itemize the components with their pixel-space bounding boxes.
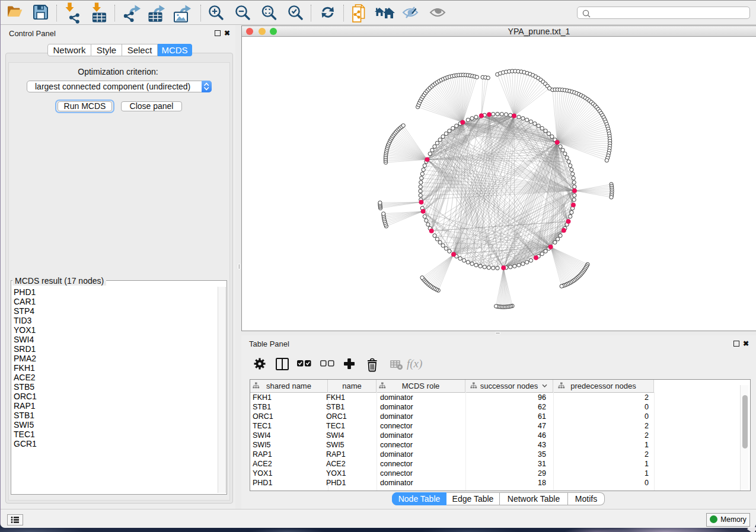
svg-text:f(x): f(x) bbox=[407, 357, 422, 370]
